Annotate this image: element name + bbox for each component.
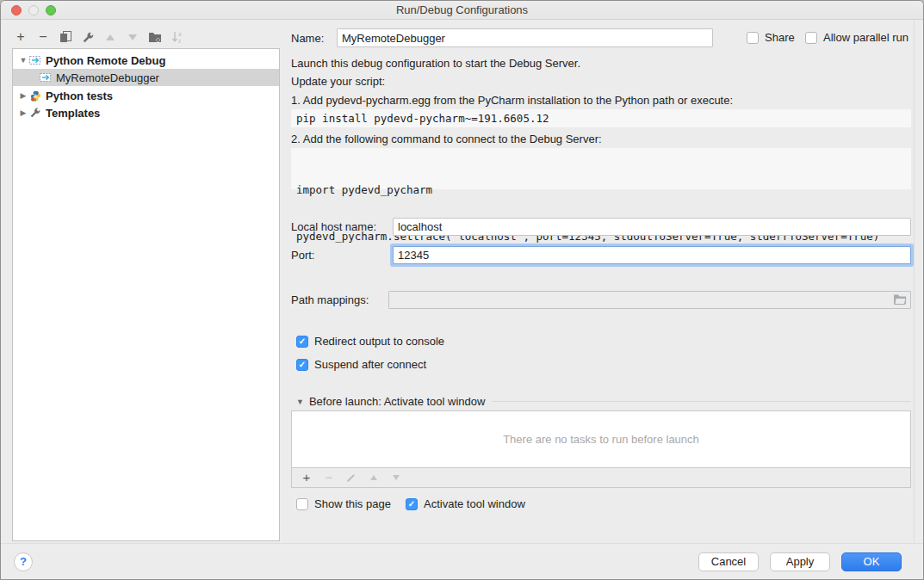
suspend-after-connect-checkbox[interactable]: ✓	[296, 359, 308, 371]
cancel-button[interactable]: Cancel	[698, 552, 759, 571]
new-folder-icon[interactable]	[148, 30, 162, 44]
before-launch-title: Before launch: Activate tool window	[309, 395, 486, 408]
apply-button[interactable]: Apply	[770, 552, 830, 571]
step-1-text: 1. Add pydevd-pycharm.egg from the PyCha…	[291, 94, 733, 107]
pip-install-code: pip install pydevd-pycharm~=191.6605.12	[291, 109, 911, 127]
add-configuration-button[interactable]: +	[14, 30, 28, 44]
expand-collapse-icon[interactable]: ▶	[18, 91, 28, 100]
settrace-code-line-1: import pydevd_pycharm	[296, 182, 906, 198]
copy-configuration-icon[interactable]	[59, 30, 72, 44]
expand-collapse-icon[interactable]: ▼	[18, 56, 28, 65]
activate-tool-window-checkbox-group[interactable]: ✓ Activate tool window	[406, 497, 525, 510]
share-label: Share	[765, 31, 795, 44]
show-this-page-label: Show this page	[314, 497, 391, 510]
name-label: Name:	[291, 32, 324, 45]
tree-item-python-tests[interactable]: ▶ Python tests	[13, 87, 279, 104]
tree-item-myremotedebugger[interactable]: MyRemoteDebugger	[13, 69, 279, 86]
run-debug-configurations-dialog: Run/Debug Configurations + − az ▼ Python…	[0, 0, 924, 580]
svg-text:a: a	[178, 31, 182, 37]
before-launch-toolbar: + −	[291, 468, 911, 488]
remote-debug-icon	[28, 54, 42, 66]
move-up-icon	[103, 30, 117, 44]
expand-collapse-icon[interactable]: ▶	[18, 108, 28, 117]
dialog-footer: ? Cancel Apply OK	[1, 543, 923, 579]
move-down-icon	[126, 30, 140, 44]
settrace-code: import pydevd_pycharm pydevd_pycharm.set…	[291, 148, 911, 189]
svg-text:z: z	[178, 38, 181, 44]
tree-item-templates[interactable]: ▶ Templates	[13, 104, 279, 121]
wrench-icon	[28, 107, 42, 119]
port-input[interactable]	[393, 246, 911, 264]
share-checkbox-group[interactable]: Share	[747, 31, 795, 44]
title-bar: Run/Debug Configurations	[1, 1, 923, 20]
activate-tool-window-checkbox[interactable]: ✓	[406, 498, 418, 510]
path-mappings-label: Path mappings:	[291, 293, 369, 306]
empty-tasks-message: There are no tasks to run before launch	[503, 433, 699, 446]
configuration-editor: Name: Share Allow parallel run Launch th…	[291, 20, 911, 545]
move-task-down-icon	[389, 471, 403, 484]
section-divider	[492, 401, 911, 402]
help-button[interactable]: ?	[14, 552, 33, 571]
minimize-window-button	[28, 5, 39, 15]
redirect-output-checkbox[interactable]: ✓	[296, 336, 308, 348]
close-window-button[interactable]	[11, 5, 22, 15]
redirect-output-checkbox-group[interactable]: ✓ Redirect output to console	[296, 335, 444, 348]
redirect-output-label: Redirect output to console	[314, 335, 444, 348]
tree-item-label: MyRemoteDebugger	[56, 71, 159, 84]
tree-item-label: Templates	[46, 107, 100, 120]
before-launch-task-list[interactable]: There are no tasks to run before launch	[291, 410, 911, 468]
sort-configurations-icon: az	[171, 30, 184, 44]
show-this-page-checkbox[interactable]	[296, 498, 308, 510]
allow-parallel-run-checkbox-group[interactable]: Allow parallel run	[805, 31, 908, 44]
port-label: Port:	[291, 249, 314, 262]
tree-item-python-remote-debug[interactable]: ▼ Python Remote Debug	[13, 52, 279, 69]
window-title: Run/Debug Configurations	[396, 3, 528, 16]
show-this-page-checkbox-group[interactable]: Show this page	[296, 497, 391, 510]
browse-folder-icon[interactable]	[893, 293, 907, 308]
share-checkbox[interactable]	[747, 32, 759, 44]
remove-configuration-button[interactable]: −	[36, 30, 50, 44]
step-2-text: 2. Add the following command to connect …	[291, 133, 602, 145]
edit-templates-icon[interactable]	[81, 30, 95, 44]
name-input[interactable]	[337, 28, 713, 47]
suspend-after-connect-label: Suspend after connect	[314, 358, 426, 371]
move-task-up-icon	[367, 471, 381, 484]
allow-parallel-run-label: Allow parallel run	[823, 31, 908, 44]
activate-tool-window-label: Activate tool window	[424, 497, 525, 510]
path-mappings-field[interactable]	[388, 291, 911, 309]
action-buttons: Cancel Apply OK	[698, 552, 902, 571]
ok-button[interactable]: OK	[841, 552, 902, 571]
allow-parallel-run-checkbox[interactable]	[805, 32, 817, 44]
suspend-after-connect-checkbox-group[interactable]: ✓ Suspend after connect	[296, 358, 426, 371]
local-host-name-input[interactable]	[393, 218, 911, 236]
configurations-toolbar: + − az	[12, 27, 280, 47]
python-tests-icon	[28, 89, 42, 102]
zoom-window-button[interactable]	[46, 5, 56, 15]
intro-line-1: Launch this debug configuration to start…	[291, 57, 580, 70]
scroll-area-divider	[914, 20, 915, 543]
collapse-section-icon[interactable]: ▼	[296, 398, 304, 406]
tree-item-label: Python tests	[46, 89, 113, 102]
window-controls	[11, 5, 56, 15]
before-launch-section-header[interactable]: ▼ Before launch: Activate tool window	[296, 395, 911, 408]
remote-debug-icon	[39, 71, 53, 83]
remove-task-button: −	[322, 471, 336, 484]
tree-item-label: Python Remote Debug	[46, 54, 165, 67]
local-host-name-label: Local host name:	[291, 220, 376, 233]
add-task-button[interactable]: +	[300, 471, 313, 484]
intro-line-2: Update your script:	[291, 75, 385, 88]
configurations-tree: ▼ Python Remote Debug MyRemoteDebugger ▶…	[12, 48, 280, 541]
edit-task-icon	[344, 471, 358, 484]
